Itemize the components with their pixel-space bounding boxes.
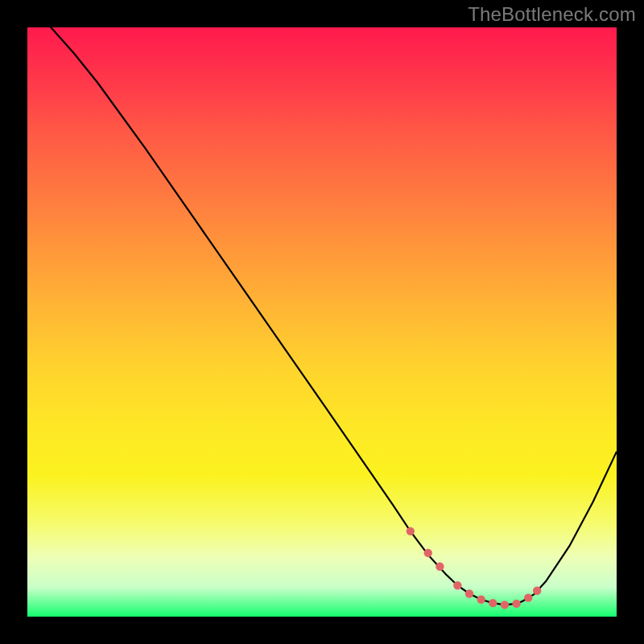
data-dot	[524, 593, 532, 601]
data-dot	[477, 596, 485, 604]
watermark-text: TheBottleneck.com	[468, 3, 636, 26]
data-line	[27, 27, 617, 605]
data-dot	[489, 599, 497, 607]
data-dot	[465, 589, 473, 597]
data-dot	[512, 600, 520, 608]
chart-svg	[27, 27, 617, 617]
data-dot	[407, 527, 415, 535]
data-dot	[453, 581, 461, 589]
data-dot	[436, 563, 444, 571]
data-dot	[501, 601, 509, 609]
data-dot	[424, 549, 432, 557]
data-dot	[533, 587, 541, 595]
